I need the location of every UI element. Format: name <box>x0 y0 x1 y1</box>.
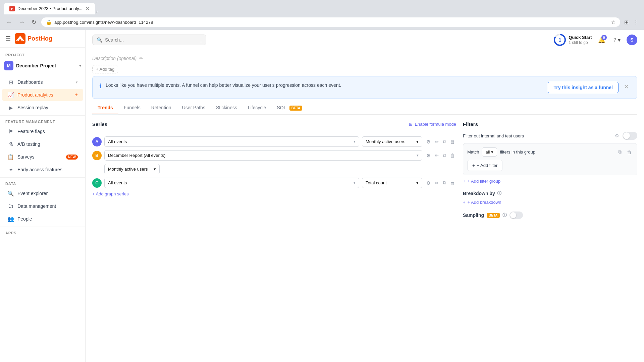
add-filter-button[interactable]: + + Add filter <box>467 160 502 171</box>
tab-user-paths[interactable]: User Paths <box>177 102 211 114</box>
forward-button[interactable]: → <box>17 17 27 27</box>
data-management-icon: 🗂 <box>7 203 14 209</box>
sidebar-item-event-explorer[interactable]: 🔍 Event explorer <box>2 187 83 199</box>
dashboards-chevron-icon: ▾ <box>76 80 78 84</box>
help-button[interactable]: ? ▾ <box>611 35 623 45</box>
series-event-select-c[interactable]: All events ▾ <box>104 178 359 188</box>
series-metric-select-c[interactable]: Total count ▾ <box>362 178 422 188</box>
tab-stickiness[interactable]: Stickiness <box>211 102 243 114</box>
active-tab[interactable]: P December 2023 • Product analy... ✕ <box>4 3 95 14</box>
match-select[interactable]: all ▾ <box>482 147 497 157</box>
breakdown-info-icon[interactable]: ⓘ <box>497 190 501 196</box>
query-builder: Series ⊞ Enable formula mode A All event… <box>92 115 637 229</box>
refresh-button[interactable]: ↻ <box>30 17 39 27</box>
avatar[interactable]: S <box>627 35 637 45</box>
new-tab-button[interactable]: + <box>96 9 98 14</box>
sampling-info-icon[interactable]: ⓘ <box>502 212 507 218</box>
add-product-analytics-icon[interactable]: + <box>75 92 78 98</box>
close-banner-button[interactable]: ✕ <box>623 82 630 92</box>
series-a-delete-icon[interactable]: 🗑 <box>449 138 456 146</box>
add-breakdown-button[interactable]: + + Add breakdown <box>463 200 501 205</box>
tab-favicon: P <box>9 6 15 11</box>
search-shortcut: _ <box>200 38 202 42</box>
tab-lifecycle[interactable]: Lifecycle <box>243 102 271 114</box>
sampling-toggle[interactable] <box>509 212 523 219</box>
tab-sql[interactable]: SQL BETA <box>271 102 308 114</box>
sidebar-item-ab-testing[interactable]: ⚗ A/B testing <box>2 138 83 150</box>
project-chevron-icon: ▾ <box>79 63 81 68</box>
tab-trends[interactable]: Trends <box>92 102 118 114</box>
series-event-select-b[interactable]: December Report (All events) ▾ <box>104 150 422 161</box>
search-input[interactable] <box>105 37 197 43</box>
people-icon: 👥 <box>7 216 14 222</box>
series-metric-select-b[interactable]: Monthly active users ▾ <box>104 164 160 174</box>
sidebar-item-people[interactable]: 👥 People <box>2 213 83 225</box>
tab-funnels[interactable]: Funnels <box>118 102 146 114</box>
sidebar-item-session-replay[interactable]: ▶ Session replay <box>2 102 83 114</box>
series-b-copy-icon[interactable]: ⧉ <box>441 151 447 160</box>
extensions-button[interactable]: ⊞ <box>623 18 630 27</box>
filter-internal-row: Filter out internal and test users ⚙ <box>463 132 637 140</box>
match-label: Match <box>467 149 479 155</box>
series-a-copy-icon[interactable]: ⧉ <box>441 137 447 146</box>
series-event-c-label: All events <box>108 180 127 185</box>
series-b-metric-row: Monthly active users ▾ <box>104 164 456 174</box>
sidebar-header: ☰ PostHog <box>0 30 85 48</box>
project-label: PROJECT <box>0 50 85 58</box>
sidebar-item-dashboards[interactable]: ⊞ Dashboards ▾ <box>2 76 83 88</box>
project-header[interactable]: M December Project ▾ <box>0 58 85 73</box>
series-event-a-label: All events <box>108 139 127 144</box>
series-letter-a: A <box>92 137 102 146</box>
filters-panel: Filters Filter out internal and test use… <box>463 121 637 222</box>
sql-beta-badge: BETA <box>289 106 302 111</box>
series-event-select-a[interactable]: All events ▾ <box>104 136 359 147</box>
sidebar-item-feature-flags[interactable]: ⚑ Feature flags <box>2 125 83 137</box>
filter-internal-toggle[interactable] <box>623 132 637 140</box>
series-row-a: A All events ▾ Monthly active users ▾ ⚙ … <box>92 136 456 147</box>
menu-button[interactable]: ⋮ <box>632 18 640 27</box>
series-c-delete-icon[interactable]: 🗑 <box>449 179 456 187</box>
series-c-edit-icon[interactable]: ✏ <box>433 179 440 187</box>
add-filter-group-button[interactable]: + + Add filter group <box>463 179 500 184</box>
series-metric-select-a[interactable]: Monthly active users ▾ <box>362 136 422 147</box>
close-tab-icon[interactable]: ✕ <box>85 5 90 12</box>
series-c-filter-icon[interactable]: ⚙ <box>425 179 432 187</box>
search-bar[interactable]: 🔍 _ <box>92 35 206 45</box>
sidebar-item-surveys[interactable]: 📋 Surveys NEW <box>2 151 83 163</box>
product-analytics-icon: 📈 <box>7 92 14 98</box>
back-button[interactable]: ← <box>4 17 14 27</box>
surveys-new-badge: NEW <box>66 155 78 160</box>
add-graph-series-button[interactable]: + Add graph series <box>92 191 129 196</box>
address-bar[interactable]: 🔒 ☆ <box>41 17 620 27</box>
hamburger-button[interactable]: ☰ <box>4 34 12 44</box>
filter-group: Match all ▾ filters in this group ⧉ 🗑 + … <box>463 143 637 175</box>
series-a-edit-icon[interactable]: ✏ <box>433 138 440 146</box>
edit-description-icon[interactable]: ✏ <box>139 56 143 61</box>
tab-retention[interactable]: Retention <box>146 102 177 114</box>
series-a-filter-icon[interactable]: ⚙ <box>425 138 432 146</box>
tab-trends-label: Trends <box>98 105 113 110</box>
series-b-edit-icon[interactable]: ✏ <box>433 152 440 160</box>
series-metric-a-label: Monthly active users <box>366 139 406 144</box>
lock-icon: 🔒 <box>46 19 52 25</box>
tab-title: December 2023 • Product analy... <box>17 6 83 11</box>
sidebar-item-product-analytics[interactable]: 📈 Product analytics + <box>2 89 83 101</box>
sidebar-item-early-access[interactable]: ✦ Early access features <box>2 164 83 176</box>
main-content: 🔍 _ 1 Quick Start 1 still to go 🔔 0 <box>86 30 644 362</box>
enable-formula-mode-button[interactable]: ⊞ Enable formula mode <box>409 122 456 127</box>
series-b-filter-icon[interactable]: ⚙ <box>425 152 432 160</box>
quick-start-button[interactable]: 1 Quick Start 1 still to go <box>554 34 592 46</box>
series-b-delete-icon[interactable]: 🗑 <box>449 152 456 160</box>
filter-gear-icon[interactable]: ⚙ <box>615 133 619 138</box>
url-input[interactable] <box>54 20 608 25</box>
add-tag-button[interactable]: + Add tag <box>92 65 118 73</box>
breakdown-section: Breakdown by ⓘ + + Add breakdown <box>463 190 637 205</box>
sidebar-item-data-management[interactable]: 🗂 Data management <box>2 200 83 212</box>
notifications-button[interactable]: 🔔 0 <box>596 34 607 46</box>
copy-filter-group-button[interactable]: ⧉ <box>617 148 623 156</box>
try-funnel-button[interactable]: Try this insight as a funnel <box>548 82 619 93</box>
delete-filter-group-button[interactable]: 🗑 <box>626 148 633 156</box>
series-c-copy-icon[interactable]: ⧉ <box>441 179 447 187</box>
series-metric-c-label: Total count <box>366 180 387 185</box>
star-icon[interactable]: ☆ <box>611 19 615 25</box>
